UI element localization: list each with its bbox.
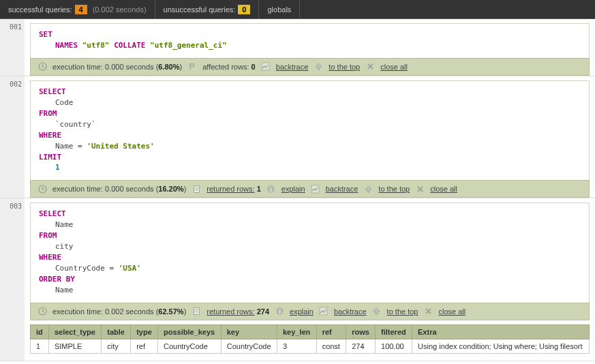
tab-globals[interactable]: globals [259, 0, 300, 18]
chart-icon [311, 184, 320, 194]
sql-code: SELECTNameFROMcityWHERECountryCode = 'US… [30, 202, 590, 303]
to-top-link[interactable]: to the top [387, 307, 418, 316]
exec-time: execution time: 0.002 seconds (62.57%) [52, 307, 186, 316]
sql-token: SELECT [39, 87, 66, 96]
close-icon [423, 307, 433, 316]
sql-code: SELECTCodeFROM`country`WHEREName = 'Unit… [30, 80, 590, 181]
unsuccessful-count-badge: 0 [238, 5, 250, 14]
explain-header: ref [316, 324, 346, 339]
backtrace-link[interactable]: backtrace [276, 63, 309, 71]
explain-cell: 3 [277, 339, 316, 353]
explain-header: key_len [277, 324, 316, 339]
explain-header: table [102, 324, 131, 339]
chart-icon [261, 62, 271, 72]
query-number: 003 [0, 198, 25, 361]
sql-token: Code [55, 98, 74, 107]
info-icon: i [266, 184, 276, 194]
explain-link[interactable]: explain [281, 185, 305, 193]
stat-bar: execution time: 0.000 seconds (6.80%)aff… [30, 58, 590, 76]
sql-token: LIMIT [39, 153, 61, 162]
chart-icon [319, 307, 329, 316]
explain-header: key [221, 324, 277, 339]
successful-label: successful queries: [8, 5, 72, 14]
explain-header: Extra [412, 324, 590, 339]
sql-token: COLLATE [114, 41, 145, 50]
svg-rect-1 [262, 63, 269, 70]
successful-count-badge: 4 [75, 5, 87, 14]
explain-header: id [31, 324, 49, 339]
query-body: SELECTNameFROMcityWHERECountryCode = 'US… [25, 198, 595, 361]
explain-cell: const [316, 339, 346, 353]
close-all-link[interactable]: close all [438, 307, 466, 316]
sql-token: FROM [39, 231, 57, 240]
sql-token: "utf8_general_ci" [150, 41, 227, 50]
clock-icon [37, 184, 47, 194]
returned-rows: returned rows: 1 [207, 185, 261, 193]
close-icon [415, 184, 425, 194]
query-number: 001 [0, 19, 25, 76]
returned-rows: returned rows: 274 [207, 307, 269, 316]
flag-icon [187, 62, 197, 72]
document-icon [192, 307, 201, 316]
close-all-link[interactable]: close all [430, 185, 457, 193]
sql-token: 'USA' [119, 264, 141, 273]
to-top-link[interactable]: to the top [329, 63, 360, 71]
explain-cell: Using index condition; Using where; Usin… [412, 339, 590, 353]
sql-token: Name [55, 286, 74, 294]
sql-token: SELECT [39, 209, 66, 218]
explain-cell: SIMPLE [48, 339, 101, 353]
exec-time: execution time: 0.000 seconds (6.80%) [52, 63, 182, 71]
sql-token: Name [55, 220, 74, 229]
sql-token: WHERE [39, 131, 61, 140]
successful-time: (0.002 seconds) [93, 5, 147, 14]
query-body: SELECTCodeFROM`country`WHEREName = 'Unit… [25, 76, 595, 198]
unsuccessful-label: unsuccessful queries: [164, 5, 236, 14]
sql-token: Name = [55, 142, 87, 151]
sql-token: "utf8" [82, 41, 110, 50]
header-bar: successful queries: 4 (0.002 seconds) un… [0, 0, 595, 19]
sql-token: FROM [39, 109, 57, 118]
explain-cell: CountryCode [158, 339, 222, 353]
explain-header: select_type [48, 324, 101, 339]
svg-rect-11 [320, 307, 327, 315]
explain-table: idselect_typetabletypepossible_keyskeyke… [30, 324, 590, 354]
explain-cell: 100.00 [376, 339, 412, 353]
query-body: SETNAMES "utf8" COLLATE "utf8_general_ci… [25, 19, 595, 76]
sql-token: 1 [55, 163, 60, 172]
sql-token: ORDER BY [39, 275, 75, 284]
sql-token: SET [39, 30, 52, 39]
clock-icon [37, 62, 47, 72]
arrow-up-icon [363, 184, 373, 194]
stat-bar: execution time: 0.002 seconds (62.57%)re… [30, 303, 590, 320]
query-block: 003SELECTNameFROMcityWHERECountryCode = … [0, 198, 595, 361]
tab-unsuccessful[interactable]: unsuccessful queries: 0 [155, 0, 260, 18]
explain-link[interactable]: explain [290, 307, 314, 316]
query-number: 002 [0, 76, 25, 198]
explain-header: filtered [376, 324, 412, 339]
arrow-up-icon [314, 62, 323, 72]
sql-token: NAMES [55, 41, 78, 50]
explain-header: possible_keys [158, 324, 222, 339]
to-top-link[interactable]: to the top [378, 185, 410, 193]
explain-cell: 1 [31, 339, 49, 353]
explain-cell: 274 [346, 339, 376, 353]
globals-label: globals [267, 5, 291, 14]
stat-bar: execution time: 0.000 seconds (16.20%)re… [30, 180, 590, 198]
arrow-up-icon [372, 307, 382, 316]
document-icon [192, 184, 201, 194]
sql-token: CountryCode = [55, 264, 119, 273]
sql-token: WHERE [39, 253, 61, 262]
backtrace-link[interactable]: backtrace [326, 185, 358, 193]
explain-header: rows [346, 324, 376, 339]
affected-rows: affected rows: 0 [202, 63, 255, 71]
svg-rect-6 [311, 185, 319, 193]
explain-cell: CountryCode [221, 339, 277, 353]
exec-time: execution time: 0.000 seconds (16.20%) [52, 185, 186, 193]
sql-token: `country` [55, 120, 96, 129]
tab-successful[interactable]: successful queries: 4 (0.002 seconds) [0, 0, 155, 18]
sql-token: city [55, 242, 74, 251]
backtrace-link[interactable]: backtrace [334, 307, 367, 316]
close-all-link[interactable]: close all [380, 63, 408, 71]
close-icon [365, 62, 375, 72]
explain-cell: ref [131, 339, 158, 353]
